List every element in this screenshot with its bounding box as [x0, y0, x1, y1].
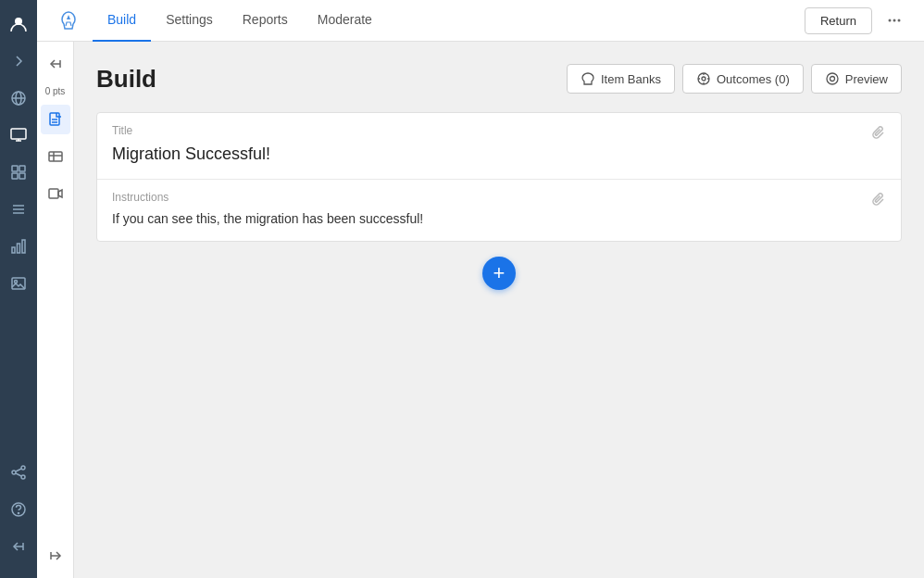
svg-rect-36 — [49, 152, 62, 161]
panel-collapse-icon[interactable] — [41, 49, 70, 79]
content-area: 0 pts — [37, 42, 924, 578]
sidebar-globe-icon[interactable] — [2, 82, 35, 115]
tab-moderate[interactable]: Moderate — [303, 0, 387, 43]
instructions-attach-icon[interactable] — [871, 191, 886, 207]
build-header: Build Item Banks — [96, 64, 902, 94]
more-menu-icon[interactable] — [880, 6, 909, 35]
svg-point-49 — [830, 77, 834, 82]
svg-line-23 — [16, 473, 21, 476]
preview-label: Preview — [845, 72, 888, 86]
nav-tabs: Build Settings Reports Moderate — [93, 0, 805, 42]
sidebar — [0, 0, 37, 578]
panel-video-icon[interactable] — [41, 179, 70, 208]
sidebar-chart-icon[interactable] — [2, 230, 35, 263]
svg-rect-15 — [18, 244, 20, 253]
svg-rect-9 — [12, 173, 18, 179]
svg-point-43 — [702, 77, 705, 81]
sidebar-grid-icon[interactable] — [2, 156, 35, 189]
outcomes-label: Outcomes (0) — [717, 72, 790, 86]
svg-point-28 — [889, 19, 892, 22]
return-button[interactable]: Return — [805, 7, 872, 34]
left-panel: 0 pts — [37, 42, 74, 578]
sidebar-collapse-icon[interactable] — [2, 530, 35, 563]
top-nav: Build Settings Reports Moderate Return — [37, 0, 924, 42]
item-banks-label: Item Banks — [601, 72, 661, 86]
svg-point-48 — [827, 73, 838, 84]
item-banks-button[interactable]: Item Banks — [567, 64, 675, 94]
sidebar-image-icon[interactable] — [2, 267, 35, 300]
panel-table-icon[interactable] — [41, 142, 70, 171]
svg-point-20 — [12, 471, 16, 474]
points-label: 0 pts — [45, 86, 66, 97]
instructions-label: Instructions — [112, 191, 886, 204]
svg-point-30 — [898, 19, 901, 22]
svg-line-22 — [16, 469, 21, 471]
title-section: Title Migration Successful! — [97, 113, 901, 180]
svg-point-25 — [19, 513, 19, 514]
svg-rect-7 — [12, 166, 18, 171]
content-card: Title Migration Successful! Instructions… — [96, 112, 902, 242]
avatar-icon[interactable] — [2, 7, 35, 41]
main-wrapper: Build Settings Reports Moderate Return — [37, 0, 924, 578]
sidebar-screen-icon[interactable] — [2, 119, 35, 152]
title-content: Migration Successful! — [112, 144, 886, 164]
sidebar-list-icon[interactable] — [2, 193, 35, 226]
svg-rect-16 — [22, 240, 25, 253]
sidebar-share-icon[interactable] — [2, 456, 35, 489]
title-attach-icon[interactable] — [871, 124, 886, 141]
tab-settings[interactable]: Settings — [151, 0, 228, 43]
build-actions: Item Banks Outcomes (0) — [567, 64, 902, 94]
svg-rect-10 — [19, 173, 25, 179]
panel-document-icon[interactable] — [41, 105, 70, 134]
tab-build[interactable]: Build — [93, 0, 151, 43]
preview-button[interactable]: Preview — [811, 64, 902, 94]
add-button-container: + — [96, 257, 902, 290]
instructions-content: If you can see this, the migration has b… — [112, 211, 886, 226]
panel-expand-icon[interactable] — [41, 541, 70, 571]
svg-rect-39 — [49, 189, 58, 198]
outcomes-button[interactable]: Outcomes (0) — [682, 64, 804, 94]
svg-rect-8 — [19, 166, 25, 171]
svg-point-19 — [21, 466, 25, 470]
title-label: Title — [112, 124, 886, 137]
nav-logo — [52, 4, 85, 37]
sidebar-arrow-icon[interactable] — [2, 44, 35, 78]
add-content-button[interactable]: + — [482, 257, 516, 290]
page-title: Build — [96, 65, 156, 94]
build-area: Build Item Banks — [74, 42, 924, 578]
nav-actions: Return — [805, 6, 909, 35]
svg-rect-14 — [12, 247, 15, 253]
svg-rect-4 — [11, 129, 26, 139]
instructions-section: Instructions If you can see this, the mi… — [97, 180, 901, 241]
sidebar-help-icon[interactable] — [2, 493, 35, 526]
tab-reports[interactable]: Reports — [228, 0, 303, 43]
svg-point-29 — [893, 19, 896, 22]
svg-point-21 — [21, 475, 25, 479]
